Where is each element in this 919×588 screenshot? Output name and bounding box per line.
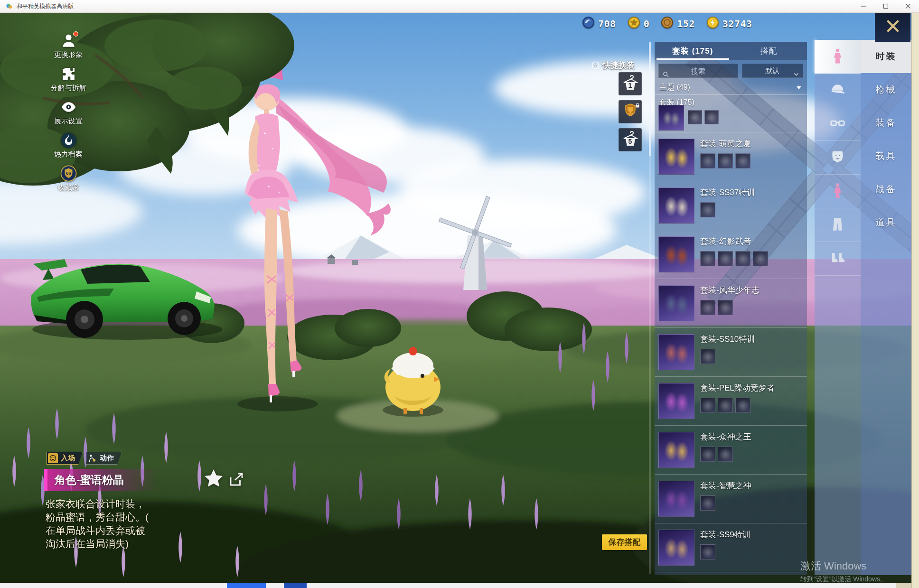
outfit-part-icon[interactable] bbox=[700, 300, 715, 315]
tab-mix-match[interactable]: 搭配 bbox=[731, 42, 807, 60]
outfit-thumbnail[interactable] bbox=[658, 334, 694, 370]
maximize-button[interactable] bbox=[874, 0, 897, 12]
outfit-part-icon[interactable] bbox=[735, 251, 750, 266]
quick-change-header[interactable]: ? 快捷换装 bbox=[591, 60, 635, 71]
category-tab[interactable]: 装备 bbox=[861, 106, 911, 140]
theme-section-header[interactable]: 主题 (49) bbox=[655, 80, 807, 95]
outfit-thumbnail[interactable] bbox=[658, 236, 694, 272]
outfit-row[interactable]: 套装-众神之王 bbox=[655, 426, 807, 475]
character-description: 张家衣联合设计时装， 粉晶蜜语，秀台甜心。( 在单局战斗内丢弃或被 淘汰后在当局… bbox=[46, 497, 212, 551]
quick-slot-2[interactable] bbox=[619, 100, 642, 123]
outfit-part-icon[interactable] bbox=[753, 251, 768, 266]
subcategory-glasses[interactable] bbox=[815, 107, 861, 141]
menu-item-puzzle[interactable]: 分解与拆解 bbox=[51, 65, 86, 93]
outfit-title: 套装-SS37特训 bbox=[700, 187, 755, 198]
entry-button[interactable]: 入场 bbox=[47, 452, 83, 465]
category-tab[interactable]: 战备 bbox=[861, 173, 911, 206]
outfit-thumbnail[interactable] bbox=[658, 383, 694, 419]
outfit-part-icon[interactable] bbox=[688, 110, 702, 124]
outfit-row[interactable]: 套装-SS10特训 bbox=[655, 328, 807, 377]
outfit-part-icon[interactable] bbox=[700, 447, 715, 462]
menu-item-flame[interactable]: 热力档案 bbox=[54, 132, 83, 159]
part-icon-glyph bbox=[718, 398, 732, 412]
outfit-row[interactable]: 套装-SS37特训 bbox=[655, 181, 807, 230]
outfit-part-icon[interactable] bbox=[718, 398, 733, 413]
quick-slot-1[interactable]: 1 bbox=[619, 72, 642, 95]
subcategory-dress[interactable] bbox=[815, 175, 861, 208]
subcategory-pants[interactable] bbox=[815, 208, 861, 242]
currency-bar: 708015232743 bbox=[582, 16, 752, 31]
category-tab[interactable]: 载具 bbox=[861, 140, 911, 173]
currency-item: 0 bbox=[628, 16, 650, 31]
outfit-part-icon[interactable] bbox=[700, 153, 715, 168]
minimize-button[interactable] bbox=[852, 0, 874, 12]
outfit-thumbnail[interactable] bbox=[658, 187, 694, 224]
part-icon-glyph bbox=[705, 111, 718, 124]
currency-value: 0 bbox=[644, 18, 650, 29]
search-input[interactable] bbox=[659, 66, 738, 75]
outfit-thumbnail[interactable] bbox=[658, 285, 694, 321]
favorite-star-button[interactable] bbox=[203, 468, 224, 489]
outfit-row[interactable]: 套装-风华少年志 bbox=[655, 279, 807, 328]
outfit-part-icon[interactable] bbox=[700, 202, 715, 217]
scrollbar-thumb[interactable] bbox=[649, 42, 651, 156]
subcategory-cap[interactable] bbox=[815, 74, 861, 107]
part-icon-glyph bbox=[718, 154, 732, 168]
dress-icon bbox=[829, 182, 846, 201]
save-outfit-button[interactable]: 保存搭配 bbox=[602, 534, 647, 550]
outfit-part-icon[interactable] bbox=[700, 544, 715, 560]
category-tab[interactable]: 枪械 bbox=[861, 73, 911, 106]
subcategory-shoes[interactable] bbox=[815, 242, 861, 276]
outfit-row[interactable]: 套装-PEL躁动竞梦者 bbox=[655, 377, 807, 426]
outfit-part-icon[interactable] bbox=[718, 153, 733, 168]
quick-slot-3[interactable]: 5 bbox=[619, 128, 642, 151]
outfit-part-icon[interactable] bbox=[718, 300, 733, 315]
outfit-thumbnail[interactable] bbox=[658, 139, 694, 175]
outfit-part-icon[interactable] bbox=[718, 251, 733, 266]
globe-coin bbox=[582, 16, 595, 31]
outfit-thumbnail[interactable] bbox=[658, 105, 684, 131]
outfit-row[interactable]: 套装-萌黄之夏 bbox=[655, 132, 807, 181]
tab-suits-label: 套装 (175) bbox=[672, 46, 713, 56]
outfit-row[interactable]: 套装-智慧之神 bbox=[655, 475, 807, 523]
outfit-part-icons bbox=[700, 544, 715, 560]
sort-dropdown[interactable]: 默认 bbox=[742, 64, 803, 78]
panel-scrollbar[interactable] bbox=[649, 42, 651, 574]
part-icon-glyph bbox=[718, 300, 732, 315]
category-tab[interactable]: 时装 bbox=[861, 40, 911, 73]
energy-coin bbox=[706, 16, 719, 31]
outfit-part-icon[interactable] bbox=[735, 153, 750, 168]
share-button[interactable] bbox=[228, 471, 245, 488]
outfit-part-icon[interactable] bbox=[700, 251, 715, 266]
outfit-row[interactable] bbox=[655, 103, 807, 132]
outfit-row[interactable]: 套装-SS9特训 bbox=[655, 523, 807, 572]
action-button[interactable]: 动作 bbox=[85, 452, 122, 465]
outfit-figure bbox=[659, 237, 694, 272]
caret-down-icon bbox=[796, 84, 802, 91]
outfit-thumbnail[interactable] bbox=[658, 432, 694, 468]
outfit-part-icon[interactable] bbox=[704, 110, 719, 124]
subcategory-outfit[interactable] bbox=[815, 40, 861, 74]
menu-item-person[interactable]: 更换形象 bbox=[54, 32, 83, 59]
category-bar: 时装枪械装备载具战备道具 bbox=[861, 40, 911, 575]
menu-item-collector[interactable]: 66收藏家 bbox=[58, 165, 79, 192]
outfit-part-icon[interactable] bbox=[700, 495, 715, 511]
outfit-thumbnail[interactable] bbox=[658, 530, 694, 566]
outfit-row[interactable]: 套装-幻影武者 bbox=[655, 230, 807, 279]
close-button[interactable] bbox=[875, 12, 910, 42]
category-tab[interactable]: 道具 bbox=[861, 206, 911, 239]
menu-item-eye[interactable]: 展示设置 bbox=[54, 99, 83, 126]
tab-suits[interactable]: 套装 (175) bbox=[655, 42, 731, 60]
name-accent-bar bbox=[44, 469, 47, 491]
outfit-part-icon[interactable] bbox=[700, 349, 715, 364]
outfit-part-icon[interactable] bbox=[718, 447, 733, 462]
subcategory-mask[interactable] bbox=[815, 141, 861, 175]
outfit-panel: 套装 (175) 搭配 默认 bbox=[655, 42, 807, 575]
outfit-figure bbox=[659, 432, 694, 467]
close-window-button[interactable] bbox=[897, 0, 919, 12]
outfit-part-icon[interactable] bbox=[735, 398, 750, 413]
bronze-coin bbox=[661, 16, 674, 31]
outfit-part-icon[interactable] bbox=[700, 398, 715, 413]
search-box[interactable] bbox=[658, 64, 738, 78]
outfit-thumbnail[interactable] bbox=[658, 481, 694, 517]
